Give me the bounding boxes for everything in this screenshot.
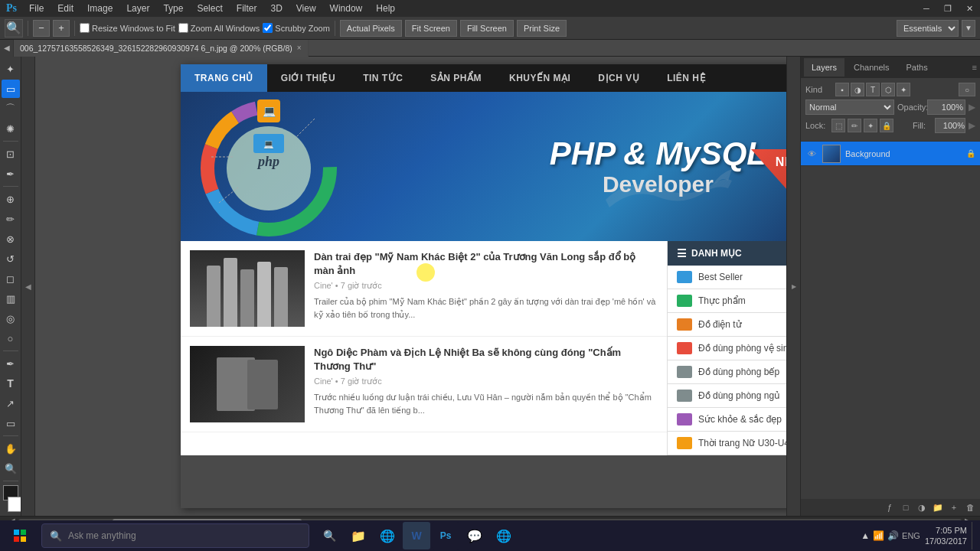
taskbar-app-photoshop[interactable]: Ps: [432, 522, 459, 549]
sidebar-item-5[interactable]: Đồ dùng phòng ngủ: [668, 384, 786, 408]
lang-indicator[interactable]: ENG: [902, 531, 920, 540]
taskbar-app-skype[interactable]: 💬: [461, 522, 488, 549]
sidebar-item-3[interactable]: Đồ dùng phòng vệ sinh: [668, 337, 786, 360]
nav-lien-he[interactable]: LIÊN HỆ: [653, 64, 720, 92]
nav-trang-chu[interactable]: TRANG CHỦ: [181, 64, 267, 92]
sidebar-item-7[interactable]: Thời trang Nữ U30-U40: [668, 432, 786, 455]
history-brush-tool[interactable]: ↺: [2, 249, 20, 268]
menu-view[interactable]: View: [290, 2, 322, 15]
lock-all-btn[interactable]: 🔒: [880, 119, 893, 132]
layer-styles-btn[interactable]: ƒ: [883, 500, 897, 514]
zoom-in-btn[interactable]: +: [53, 20, 70, 37]
menu-3d[interactable]: 3D: [264, 2, 288, 15]
sidebar-item-4[interactable]: Đồ dùng phòng bếp: [668, 360, 786, 384]
gradient-tool[interactable]: ▥: [2, 289, 20, 308]
magic-wand-tool[interactable]: ✺: [2, 119, 20, 138]
layer-visibility-icon[interactable]: 👁: [805, 148, 818, 160]
nav-dich-vu[interactable]: DỊCH VỤ: [584, 64, 653, 92]
tab-close-btn[interactable]: ×: [297, 44, 302, 52]
layer-item-background[interactable]: 👁 Background 🔒: [801, 142, 980, 166]
tab-channels[interactable]: Channels: [846, 58, 897, 77]
left-panel-collapse[interactable]: ◀: [21, 57, 35, 516]
background-color[interactable]: [8, 497, 21, 512]
show-desktop-btn[interactable]: [972, 522, 975, 549]
move-tool[interactable]: ✦: [2, 60, 20, 78]
restore-button[interactable]: ❐: [937, 0, 959, 17]
shape-tool[interactable]: ▭: [2, 414, 20, 432]
print-size-btn[interactable]: Print Size: [517, 20, 567, 37]
crop-tool[interactable]: ⊡: [2, 145, 20, 163]
resize-windows-check[interactable]: Resize Windows to Fit: [80, 23, 175, 33]
fill-screen-btn[interactable]: Fill Screen: [460, 20, 514, 37]
menu-select[interactable]: Select: [191, 2, 228, 15]
taskbar-search-bar[interactable]: 🔍 Ask me anything: [41, 523, 309, 548]
menu-help[interactable]: Help: [370, 2, 401, 15]
menu-image[interactable]: Image: [81, 2, 119, 15]
lock-image-btn[interactable]: ✏: [848, 119, 861, 132]
nav-khuyen-mai[interactable]: KHUYẾN MẠI: [495, 64, 584, 92]
type-tool[interactable]: T: [2, 374, 20, 393]
opacity-input[interactable]: [927, 99, 965, 115]
zoom-out-btn[interactable]: −: [33, 20, 50, 37]
sidebar-item-2[interactable]: Đồ điện tử: [668, 313, 786, 337]
filter-type-icon[interactable]: T: [866, 83, 880, 96]
clone-stamp-tool[interactable]: ⊗: [2, 230, 20, 248]
marquee-tool[interactable]: ▭: [2, 80, 20, 98]
new-layer-btn[interactable]: +: [947, 500, 961, 514]
article-title-1[interactable]: Dàn trai đẹp "Mỹ Nam Khác Biệt 2" của Tr…: [314, 250, 658, 278]
layer-group-btn[interactable]: 📁: [931, 500, 945, 514]
resize-windows-checkbox[interactable]: [80, 23, 90, 33]
article-title-2[interactable]: Ngô Diệc Phàm và Địch Lệ Nhiệt Ba sẽ khô…: [314, 346, 658, 373]
close-button[interactable]: ✕: [959, 0, 980, 17]
document-tab[interactable]: 006_12757163558526349_326152282960930974…: [14, 40, 309, 57]
filter-pixel-icon[interactable]: ▪: [835, 83, 849, 96]
taskbar-app-ie[interactable]: 🌐: [374, 522, 401, 549]
fit-screen-btn[interactable]: Fit Screen: [405, 20, 457, 37]
menu-layer[interactable]: Layer: [120, 2, 155, 15]
panel-options[interactable]: ≡: [972, 63, 977, 72]
sidebar-item-6[interactable]: Sức khỏe & sắc đẹp: [668, 408, 786, 432]
fill-arrow[interactable]: ▶: [969, 120, 975, 131]
filter-toggle-icon[interactable]: ○: [959, 83, 975, 96]
filter-smart-icon[interactable]: ✦: [897, 83, 910, 96]
nav-gioi-thieu[interactable]: GIỚI THIỆU: [267, 64, 349, 92]
panel-collapse-left[interactable]: ◀: [0, 40, 14, 57]
workspace-select[interactable]: Essentials: [897, 20, 959, 37]
delete-layer-btn[interactable]: 🗑: [963, 500, 977, 514]
opacity-arrow[interactable]: ▶: [969, 102, 975, 112]
eyedropper-tool[interactable]: ✒: [2, 165, 20, 183]
path-select-tool[interactable]: ↗: [2, 394, 20, 412]
zoom-all-check[interactable]: Zoom All Windows: [178, 23, 260, 33]
system-clock[interactable]: 7:05 PM 17/03/2017: [925, 525, 967, 547]
blur-tool[interactable]: ◎: [2, 309, 20, 328]
lock-transparent-btn[interactable]: ⬚: [831, 119, 845, 132]
zoom-tool[interactable]: 🔍: [2, 459, 20, 478]
scrubby-zoom-check[interactable]: Scrubby Zoom: [263, 23, 330, 33]
workspace-arrow[interactable]: ▼: [962, 20, 975, 37]
taskbar-app-chrome[interactable]: 🌐: [490, 522, 518, 549]
canvas-area[interactable]: TRANG CHỦ GIỚI THIỆU TIN TỨC SẢN PHẨM KH…: [35, 57, 786, 516]
taskbar-app-cortana[interactable]: 🔍: [315, 522, 343, 549]
filter-adjust-icon[interactable]: ◑: [851, 83, 864, 96]
right-panel-collapse[interactable]: ▶: [786, 57, 800, 516]
sidebar-item-1[interactable]: Thực phẩm: [668, 289, 786, 313]
lock-position-btn[interactable]: ✦: [864, 119, 877, 132]
spot-heal-tool[interactable]: ⊕: [2, 190, 20, 208]
nav-tin-tuc[interactable]: TIN TỨC: [349, 64, 416, 92]
tab-paths[interactable]: Paths: [899, 58, 936, 77]
adjustment-layer-btn[interactable]: ◑: [915, 500, 929, 514]
minimize-button[interactable]: ─: [916, 0, 937, 17]
pen-tool[interactable]: ✒: [2, 354, 20, 373]
menu-type[interactable]: Type: [157, 2, 189, 15]
volume-icon[interactable]: 🔊: [887, 530, 899, 541]
tray-expand-icon[interactable]: ▲: [861, 530, 870, 541]
sidebar-item-0[interactable]: Best Seller: [668, 266, 786, 289]
layer-mask-btn[interactable]: □: [899, 500, 913, 514]
taskbar-app-word[interactable]: W: [403, 522, 430, 549]
dodge-tool[interactable]: ○: [2, 329, 20, 347]
blend-mode-select[interactable]: Normal: [805, 99, 894, 115]
menu-edit[interactable]: Edit: [51, 2, 80, 15]
fill-input[interactable]: [935, 118, 965, 133]
actual-pixels-btn[interactable]: Actual Pixels: [340, 20, 402, 37]
nav-san-pham[interactable]: SẢN PHẨM: [416, 64, 495, 92]
